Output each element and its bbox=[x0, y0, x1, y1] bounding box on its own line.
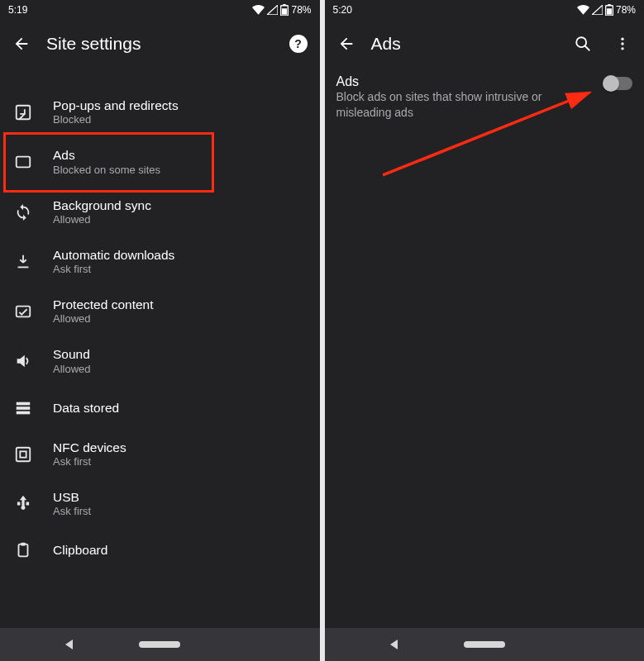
status-battery: 78% bbox=[291, 4, 311, 16]
setting-item-storage[interactable]: Data stored bbox=[0, 387, 320, 430]
svg-line-4 bbox=[19, 114, 24, 119]
nav-back-icon[interactable] bbox=[390, 640, 398, 649]
sync-icon bbox=[12, 201, 35, 224]
status-time: 5:20 bbox=[333, 4, 352, 16]
setting-item-label: Ads bbox=[53, 147, 160, 163]
setting-item-label: NFC devices bbox=[53, 440, 126, 455]
setting-item-sub: Ask first bbox=[53, 505, 91, 519]
phone-right: 5:20 78% Ads bbox=[325, 0, 645, 661]
overflow-menu-icon[interactable] bbox=[613, 34, 632, 54]
svg-point-18 bbox=[576, 37, 586, 47]
wifi-icon bbox=[577, 5, 589, 15]
svg-rect-2 bbox=[282, 8, 287, 14]
wifi-icon bbox=[252, 5, 265, 15]
ads-row-sub: Block ads on sites that show intrusive o… bbox=[336, 89, 595, 121]
setting-item-label: Background sync bbox=[53, 197, 151, 213]
search-icon[interactable] bbox=[573, 34, 593, 54]
svg-rect-8 bbox=[17, 402, 31, 405]
setting-item-label: USB bbox=[53, 489, 91, 505]
storage-icon bbox=[12, 397, 35, 420]
setting-item-ads[interactable]: AdsBlocked on some sites bbox=[0, 137, 320, 187]
status-time: 5:19 bbox=[8, 4, 27, 16]
clipboard-icon bbox=[12, 539, 35, 562]
setting-item-download[interactable]: Automatic downloadsAsk first bbox=[0, 237, 320, 287]
settings-list: Pop-ups and redirectsBlockedAdsBlocked o… bbox=[0, 68, 320, 572]
svg-rect-11 bbox=[17, 447, 31, 461]
back-icon[interactable] bbox=[336, 34, 356, 54]
nav-back-icon[interactable] bbox=[65, 640, 73, 649]
svg-rect-5 bbox=[17, 157, 31, 168]
svg-rect-13 bbox=[19, 544, 28, 557]
setting-item-sub: Blocked on some sites bbox=[53, 164, 160, 178]
cell-signal-icon bbox=[592, 5, 603, 15]
ads-toggle[interactable] bbox=[604, 77, 632, 90]
setting-item-protected[interactable]: Protected contentAllowed bbox=[0, 287, 320, 336]
setting-item-sound[interactable]: SoundAllowed bbox=[0, 336, 320, 386]
setting-item-sub: Blocked bbox=[53, 113, 179, 127]
ads-content: Ads Block ads on sites that show intrusi… bbox=[325, 68, 645, 628]
setting-item-sync[interactable]: Background syncAllowed bbox=[0, 188, 320, 237]
setting-item-sub: Allowed bbox=[53, 312, 154, 326]
status-battery: 78% bbox=[616, 4, 636, 16]
protected-icon bbox=[12, 300, 35, 323]
settings-content: Pop-ups and redirectsBlockedAdsBlocked o… bbox=[0, 68, 320, 628]
nav-home-pill[interactable] bbox=[464, 641, 505, 648]
svg-rect-17 bbox=[607, 8, 612, 14]
setting-item-label: Pop-ups and redirects bbox=[53, 97, 179, 113]
setting-item-label: Automatic downloads bbox=[53, 247, 174, 263]
setting-item-sub: Allowed bbox=[53, 363, 91, 377]
setting-item-nfc[interactable]: NFC devicesAsk first bbox=[0, 430, 320, 479]
setting-item-label: Clipboard bbox=[53, 542, 107, 558]
back-icon[interactable] bbox=[12, 34, 31, 54]
status-icons: 78% bbox=[252, 4, 311, 16]
battery-icon bbox=[280, 4, 289, 16]
nfc-icon bbox=[12, 443, 35, 466]
svg-rect-7 bbox=[17, 307, 31, 317]
ads-setting-row[interactable]: Ads Block ads on sites that show intrusi… bbox=[325, 68, 645, 121]
svg-rect-16 bbox=[608, 4, 611, 6]
svg-point-21 bbox=[621, 42, 623, 45]
svg-rect-1 bbox=[284, 4, 287, 6]
setting-item-sub: Ask first bbox=[53, 455, 126, 469]
appbar: Site settings ? bbox=[0, 20, 320, 68]
usb-icon bbox=[12, 492, 35, 516]
download-icon bbox=[12, 250, 35, 273]
phone-left: 5:19 78% Site settings ? bbox=[0, 0, 320, 661]
status-bar: 5:20 78% bbox=[325, 0, 645, 20]
svg-rect-10 bbox=[17, 411, 31, 414]
nav-home-pill[interactable] bbox=[139, 641, 180, 648]
setting-item-usb[interactable]: USBAsk first bbox=[0, 479, 320, 529]
setting-item-sub: Ask first bbox=[53, 263, 174, 277]
svg-point-22 bbox=[621, 47, 623, 50]
setting-item-label: Sound bbox=[53, 346, 91, 362]
appbar: Ads bbox=[325, 20, 645, 68]
svg-rect-14 bbox=[21, 543, 26, 546]
system-navbar bbox=[325, 628, 645, 661]
page-title: Ads bbox=[371, 34, 559, 54]
sound-icon bbox=[12, 350, 35, 373]
help-icon[interactable]: ? bbox=[289, 34, 308, 54]
setting-item-label: Data stored bbox=[53, 400, 119, 416]
battery-icon bbox=[605, 4, 613, 16]
popup-icon bbox=[12, 101, 35, 124]
setting-item-popup[interactable]: Pop-ups and redirectsBlocked bbox=[0, 88, 320, 137]
setting-item-label: Protected content bbox=[53, 297, 154, 312]
svg-rect-9 bbox=[17, 407, 31, 410]
status-icons: 78% bbox=[577, 4, 636, 16]
ads-icon bbox=[12, 150, 35, 174]
page-title: Site settings bbox=[46, 34, 274, 54]
setting-item-clipboard[interactable]: Clipboard bbox=[0, 529, 320, 572]
svg-rect-3 bbox=[17, 106, 31, 120]
setting-item-sub: Allowed bbox=[53, 213, 151, 227]
svg-rect-12 bbox=[20, 451, 26, 457]
status-bar: 5:19 78% bbox=[0, 0, 320, 20]
ads-row-label: Ads bbox=[336, 74, 595, 89]
svg-point-20 bbox=[621, 38, 623, 40]
svg-line-19 bbox=[585, 46, 590, 51]
system-navbar bbox=[0, 628, 320, 661]
cell-signal-icon bbox=[267, 5, 278, 15]
